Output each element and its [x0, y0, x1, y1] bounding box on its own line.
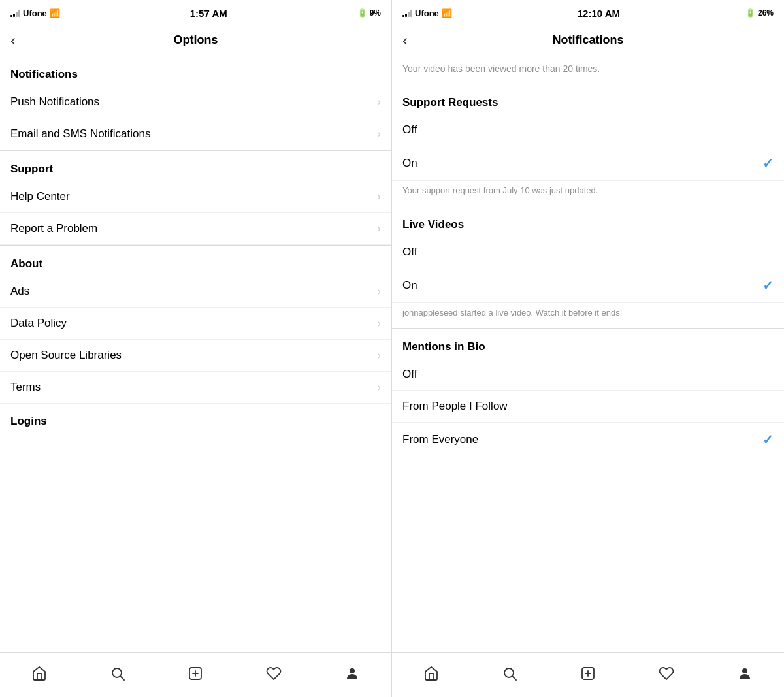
right-mentions-people-follow[interactable]: From People I Follow	[392, 391, 784, 423]
left-time: 1:57 AM	[190, 8, 227, 19]
right-status-right: 🔋 26%	[745, 8, 774, 18]
left-battery-icon: 🔋	[357, 8, 367, 18]
left-ads-chevron: ›	[377, 285, 381, 298]
right-time: 12:10 AM	[578, 8, 620, 19]
left-section-notifications: Notifications	[0, 56, 391, 86]
left-menu-open-source[interactable]: Open Source Libraries ›	[0, 340, 391, 372]
left-tab-profile[interactable]	[338, 659, 367, 688]
left-open-source-label: Open Source Libraries	[10, 349, 122, 362]
right-carrier: Ufone	[415, 8, 439, 18]
left-ads-label: Ads	[10, 285, 29, 298]
right-section-support-requests: Support Requests	[392, 84, 784, 114]
left-status-right: 🔋 9%	[357, 8, 381, 18]
right-section-live-videos: Live Videos	[392, 206, 784, 236]
left-help-center-label: Help Center	[10, 190, 70, 203]
right-support-requests-on[interactable]: On ✓	[392, 146, 784, 181]
right-mentions-off[interactable]: Off	[392, 359, 784, 391]
left-menu-terms[interactable]: Terms ›	[0, 372, 391, 404]
left-carrier: Ufone	[23, 8, 47, 18]
left-menu-data-policy[interactable]: Data Policy ›	[0, 308, 391, 340]
right-panel: Ufone 📶 12:10 AM 🔋 26% ‹ Notifications Y…	[392, 0, 784, 697]
right-status-bar: Ufone 📶 12:10 AM 🔋 26%	[392, 0, 784, 25]
left-tab-search[interactable]	[103, 659, 132, 688]
svg-line-7	[513, 677, 517, 681]
right-tab-add[interactable]	[574, 659, 602, 688]
left-email-sms-label: Email and SMS Notifications	[10, 127, 150, 140]
svg-point-5	[350, 668, 355, 673]
left-report-problem-chevron: ›	[377, 222, 381, 235]
left-tab-home[interactable]	[25, 659, 54, 688]
left-section-about: About	[0, 246, 391, 276]
left-menu-ads[interactable]: Ads ›	[0, 276, 391, 308]
right-support-requests-on-check: ✓	[762, 155, 774, 171]
left-menu-email-sms[interactable]: Email and SMS Notifications ›	[0, 118, 391, 150]
right-nav-bar: ‹ Notifications	[392, 25, 784, 56]
right-battery-pct: 26%	[758, 8, 774, 18]
left-push-notifications-chevron: ›	[377, 95, 381, 108]
svg-line-1	[120, 677, 124, 681]
right-live-videos-off[interactable]: Off	[392, 236, 784, 268]
right-support-requests-on-label: On	[402, 157, 417, 170]
right-live-videos-on-label: On	[402, 279, 417, 292]
right-wifi-icon: 📶	[442, 8, 452, 18]
left-data-policy-chevron: ›	[377, 317, 381, 330]
right-partial-top-text: Your video has been viewed more than 20 …	[392, 56, 784, 84]
right-mentions-from-everyone-check: ✓	[762, 432, 774, 447]
right-tab-activity[interactable]	[652, 659, 681, 688]
left-battery-pct: 9%	[370, 8, 381, 18]
right-tab-home[interactable]	[417, 659, 446, 688]
right-tab-bar	[392, 652, 784, 697]
left-signal-bars	[10, 9, 20, 17]
right-section-mentions: Mentions in Bio	[392, 329, 784, 359]
right-battery-icon: 🔋	[745, 8, 755, 18]
right-back-button[interactable]: ‹	[402, 33, 408, 48]
right-support-requests-off[interactable]: Off	[392, 114, 784, 146]
left-data-policy-label: Data Policy	[10, 317, 67, 330]
right-live-videos-on-check: ✓	[762, 278, 774, 293]
right-nav-title: Notifications	[552, 33, 623, 47]
left-tab-bar	[0, 652, 391, 697]
right-status-left: Ufone 📶	[402, 8, 452, 18]
left-section-support: Support	[0, 151, 391, 181]
left-terms-chevron: ›	[377, 381, 381, 394]
left-section-logins: Logins	[0, 404, 391, 433]
right-content: Your video has been viewed more than 20 …	[392, 56, 784, 652]
left-report-problem-label: Report a Problem	[10, 222, 97, 235]
right-signal-bars	[402, 9, 412, 17]
right-mentions-people-follow-label: From People I Follow	[402, 400, 508, 413]
left-email-sms-chevron: ›	[377, 127, 381, 140]
left-tab-add[interactable]	[181, 659, 210, 688]
left-tab-activity[interactable]	[259, 659, 288, 688]
right-live-videos-off-label: Off	[402, 246, 417, 259]
right-support-requests-off-label: Off	[402, 123, 417, 137]
left-menu-push-notifications[interactable]: Push Notifications ›	[0, 86, 391, 118]
left-back-button[interactable]: ‹	[10, 33, 16, 48]
left-status-bar: Ufone 📶 1:57 AM 🔋 9%	[0, 0, 391, 25]
svg-point-11	[742, 668, 747, 673]
left-status-left: Ufone 📶	[10, 8, 60, 18]
left-help-center-chevron: ›	[377, 190, 381, 203]
right-live-videos-on[interactable]: On ✓	[392, 268, 784, 303]
right-mentions-from-everyone[interactable]: From Everyone ✓	[392, 423, 784, 457]
left-menu-report-problem[interactable]: Report a Problem ›	[0, 213, 391, 245]
right-tab-profile[interactable]	[730, 659, 759, 688]
left-content: Notifications Push Notifications › Email…	[0, 56, 391, 652]
right-support-requests-description: Your support request from July 10 was ju…	[392, 181, 784, 206]
left-nav-bar: ‹ Options	[0, 25, 391, 56]
left-push-notifications-label: Push Notifications	[10, 95, 99, 108]
left-nav-title: Options	[174, 33, 218, 47]
right-tab-search[interactable]	[495, 659, 524, 688]
left-panel: Ufone 📶 1:57 AM 🔋 9% ‹ Options Notificat…	[0, 0, 392, 697]
left-terms-label: Terms	[10, 381, 41, 394]
right-mentions-from-everyone-label: From Everyone	[402, 433, 478, 446]
right-mentions-off-label: Off	[402, 368, 417, 381]
right-live-videos-description: johnappleseed started a live video. Watc…	[392, 303, 784, 329]
left-wifi-icon: 📶	[50, 8, 60, 18]
left-menu-help-center[interactable]: Help Center ›	[0, 181, 391, 213]
left-open-source-chevron: ›	[377, 349, 381, 362]
